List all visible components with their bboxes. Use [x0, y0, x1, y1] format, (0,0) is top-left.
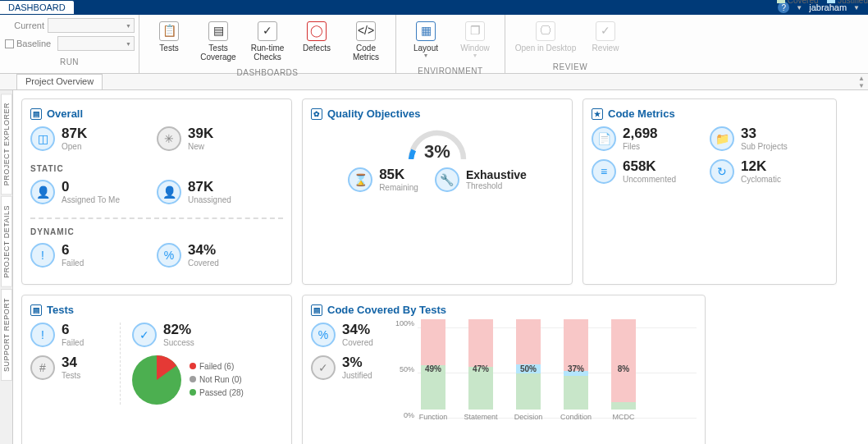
tests-failed-value: 6 — [62, 323, 84, 338]
codemetrics-title: Code Metrics — [608, 108, 675, 120]
desktop-icon: 🖵 — [536, 21, 555, 41]
subprojects-icon: 📁 — [710, 126, 734, 151]
sidetab-project-details[interactable]: PROJECT DETAILS — [1, 196, 12, 287]
tests-success-label: Success — [163, 338, 194, 347]
dashboard-defects-button[interactable]: ◯Defects — [292, 18, 341, 56]
uncommented-icon: ≡ — [592, 159, 616, 184]
legend-dot-notrun — [190, 376, 196, 382]
current-run-label: Current — [5, 21, 44, 30]
tests-icon: 📋 — [159, 21, 179, 41]
static-label: STATIC — [30, 164, 283, 173]
card-tests: ▤Tests !6Failed #34Tests ✓82%Success — [21, 295, 292, 444]
subprojects-label: Sub Projects — [741, 142, 788, 151]
cov-justified-icon: ✓ — [311, 355, 336, 380]
uncommented-value: 658K — [623, 159, 676, 175]
sidetab-project-explorer[interactable]: PROJECT EXPLORER — [1, 94, 12, 195]
files-icon: 📄 — [592, 126, 616, 151]
baseline-checkbox[interactable] — [5, 39, 14, 48]
dashboard-code-metrics-button[interactable]: </>Code Metrics — [341, 18, 391, 65]
files-value: 2,698 — [623, 126, 658, 142]
unassigned-label: Unassigned — [188, 195, 231, 204]
ribbon-tab-dashboard[interactable]: DASHBOARD — [0, 1, 74, 14]
layout-button[interactable]: ▦Layout▾ — [401, 18, 450, 63]
dashboard-canvas: ▤Overall ◫87KOpen ✳39KNew STATIC 👤0Assig… — [13, 90, 868, 444]
remaining-icon: ⌛ — [348, 167, 372, 192]
uncommented-label: Uncommented — [623, 175, 676, 184]
cov-covered-label: Covered — [342, 338, 373, 347]
dyn-covered-icon: % — [157, 243, 181, 268]
tests-pie-chart — [132, 355, 181, 405]
threshold-label: Threshold — [466, 181, 527, 190]
codemetrics-title-icon — [592, 108, 603, 120]
doc-arrows[interactable]: ▲▼ — [858, 74, 868, 89]
open-label: Open — [62, 142, 87, 151]
card-overall: ▤Overall ◫87KOpen ✳39KNew STATIC 👤0Assig… — [21, 98, 292, 285]
cyclomatic-icon: ↻ — [710, 159, 734, 184]
ribbon-group-environment: ENVIRONMENT — [396, 66, 505, 77]
baseline-run-label: Baseline — [16, 39, 51, 48]
card-quality-objectives: Quality Objectives 3% ⌛85KRemaining 🔧Exh… — [302, 98, 573, 285]
assigned-icon: 👤 — [30, 180, 55, 204]
document-tab-project-overview[interactable]: Project Overview — [16, 74, 103, 89]
threshold-icon: 🔧 — [435, 167, 459, 192]
review-button: ✓Review — [581, 18, 630, 56]
open-desktop-button: 🖵Open in Desktop — [510, 18, 581, 56]
bar-condition: 37%Condition — [560, 319, 592, 421]
coverage-title: Code Covered By Tests — [327, 304, 446, 316]
cyclomatic-value: 12K — [741, 159, 781, 175]
app-topbar: DASHBOARD ? ▼ jabraham ▼ — [0, 0, 868, 15]
bar-mcdc: 8%MCDC — [608, 319, 639, 421]
ribbon-group-review: REVIEW — [505, 62, 635, 73]
defects-icon: ◯ — [307, 21, 327, 41]
legend-dot-failed — [190, 363, 196, 369]
tests-total-label: Tests — [62, 371, 80, 380]
card-code-covered: ▤Code Covered By Tests Covered Justified… — [302, 295, 706, 444]
unassigned-value: 87K — [188, 180, 231, 195]
runtime-icon: ✓ — [258, 21, 277, 41]
sidetab-support-report[interactable]: SUPPORT REPORT — [1, 289, 12, 381]
card-code-metrics: Code Metrics 📄2,698Files 📁33Sub Projects… — [582, 98, 837, 285]
tests-success-value: 82% — [163, 323, 194, 338]
tests-failed-icon: ! — [30, 323, 55, 347]
current-run-select[interactable]: ▼ — [48, 18, 135, 33]
coverage-bar-chart: 49%Function47%Statement50%Decision37%Con… — [393, 323, 697, 421]
bar-statement: 47%Statement — [465, 319, 496, 421]
dyn-failed-label: Failed — [62, 259, 84, 268]
open-value: 87K — [62, 126, 87, 142]
subprojects-value: 33 — [741, 126, 788, 142]
dyn-covered-label: Covered — [188, 259, 219, 268]
overall-title: Overall — [47, 108, 83, 120]
open-icon: ◫ — [30, 126, 55, 151]
assigned-label: Assigned To Me — [62, 195, 120, 204]
overall-title-icon: ▤ — [30, 108, 42, 120]
threshold-value: Exhaustive — [466, 169, 527, 181]
remaining-value: 85K — [379, 167, 418, 183]
window-button: ❐Window▾ — [450, 18, 500, 63]
files-label: Files — [623, 142, 658, 151]
new-label: New — [188, 142, 213, 151]
bar-function: 49%Function — [418, 319, 449, 421]
quality-title-icon — [311, 108, 322, 120]
dashboard-tests-button[interactable]: 📋Tests — [144, 18, 194, 56]
coverage-icon: ▤ — [208, 21, 228, 41]
metrics-icon: </> — [356, 21, 376, 41]
dashboard-runtime-checks-button[interactable]: ✓Run-time Checks — [243, 18, 292, 65]
cov-covered-icon: % — [311, 323, 336, 347]
ribbon-toolbar: Current ▼ Baseline ▼ RUN 📋Tests ▤Tests C… — [0, 15, 868, 74]
coverage-title-icon: ▤ — [311, 304, 322, 316]
dashboard-tests-coverage-button[interactable]: ▤Tests Coverage — [194, 18, 243, 65]
cyclomatic-label: Cyclomatic — [741, 175, 781, 184]
ribbon-group-dashboards: DASHBOARDS — [139, 68, 395, 79]
new-value: 39K — [188, 126, 213, 142]
dyn-covered-value: 34% — [188, 243, 219, 259]
tests-total-icon: # — [30, 355, 55, 380]
tests-failed-label: Failed — [62, 338, 84, 347]
dynamic-label: DYNAMIC — [30, 227, 283, 236]
ribbon-group-run: RUN — [0, 57, 139, 68]
new-icon: ✳ — [157, 126, 181, 151]
cov-justified-value: 3% — [342, 355, 372, 371]
baseline-run-select[interactable]: ▼ — [57, 36, 135, 51]
tests-total-value: 34 — [62, 355, 80, 371]
tests-success-icon: ✓ — [132, 323, 157, 347]
assigned-value: 0 — [62, 180, 120, 195]
